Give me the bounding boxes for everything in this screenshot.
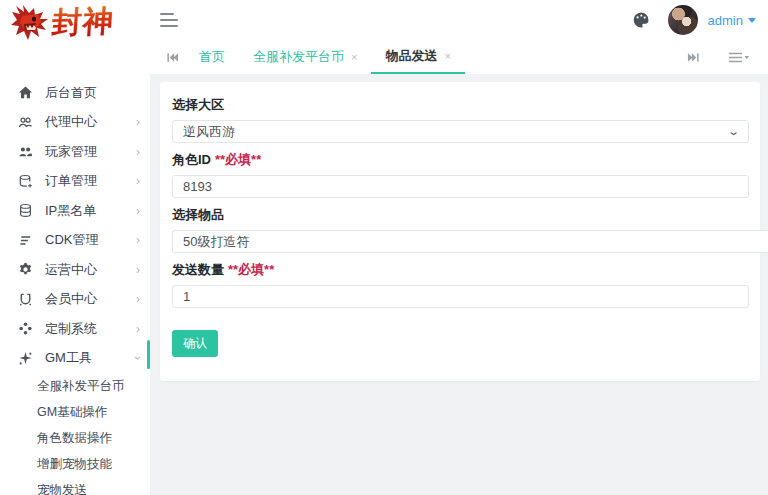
tab-home[interactable]: 首页 — [185, 40, 239, 74]
tab-scroll-left-icon[interactable] — [160, 40, 185, 74]
caret-down-icon — [748, 18, 756, 23]
role-id-input[interactable] — [172, 175, 749, 198]
active-menu-indicator — [147, 340, 150, 369]
theme-palette-icon[interactable] — [632, 11, 650, 29]
confirm-button[interactable]: 确认 — [172, 330, 218, 357]
sidebar-item-label: 定制系统 — [45, 320, 136, 338]
role-id-label: 角色ID**必填** — [172, 151, 748, 169]
chevron-right-icon: › — [136, 322, 140, 335]
sidebar-item-label: 订单管理 — [45, 172, 136, 190]
chevron-right-icon: › — [136, 293, 140, 306]
sidebar-item-label: 后台首页 — [45, 84, 140, 102]
tab-list-dropdown-icon[interactable] — [722, 51, 756, 64]
home-icon — [18, 85, 33, 100]
page-content: 选择大区 逆风西游 ⌄ 角色ID**必填** 选择物品 — [150, 75, 768, 495]
chevron-right-icon: › — [136, 116, 140, 129]
region-select[interactable]: 逆风西游 ⌄ — [172, 120, 749, 143]
form-group-role-id: 角色ID**必填** — [172, 151, 748, 198]
sidebar-item-orders[interactable]: 订单管理 › — [0, 167, 150, 197]
cdk-list-icon — [18, 233, 33, 248]
admin-menu[interactable]: admin — [708, 13, 756, 28]
tab-platform-coin[interactable]: 全服补发平台币 × — [239, 40, 371, 74]
agents-icon — [18, 115, 33, 130]
sidebar-item-dashboard[interactable]: 后台首页 — [0, 78, 150, 108]
sidebar-menu: 后台首页 代理中心 › 玩家 — [0, 46, 150, 495]
chevron-right-icon: › — [136, 234, 140, 247]
custom-modules-icon — [18, 321, 33, 336]
brand-logo: 封神 — [0, 0, 150, 46]
item-select-value: 50级打造符 — [183, 233, 249, 251]
sidebar-toggle-button[interactable] — [160, 13, 178, 27]
sidebar-item-members[interactable]: 会员中心 › — [0, 285, 150, 315]
item-select[interactable]: 50级打造符 ⌄ — [172, 230, 768, 253]
gm-tools-spark-icon — [18, 351, 33, 366]
submenu-item-role-data-ops[interactable]: 角色数据操作 — [0, 425, 150, 451]
sidebar-item-players[interactable]: 玩家管理 › — [0, 137, 150, 167]
ip-blacklist-database-icon — [18, 203, 33, 218]
sidebar: 封神 后台首页 代理中心 › — [0, 0, 150, 495]
select-caret-icon: ⌄ — [727, 126, 740, 137]
sidebar-item-label: 玩家管理 — [45, 143, 136, 161]
players-icon — [18, 144, 33, 159]
brand-title: 封神 — [50, 1, 115, 44]
chevron-right-icon: › — [136, 263, 140, 276]
tab-close-icon[interactable]: × — [351, 51, 357, 63]
item-send-form-card: 选择大区 逆风西游 ⌄ 角色ID**必填** 选择物品 — [160, 82, 760, 381]
operations-gear-icon — [18, 262, 33, 277]
app-window: 封神 后台首页 代理中心 › — [0, 0, 768, 495]
submenu-item-gm-basic-ops[interactable]: GM基础操作 — [0, 399, 150, 425]
required-hint: **必填** — [228, 262, 274, 277]
form-group-quantity: 发送数量**必填** — [172, 261, 748, 308]
sidebar-item-gm-tools[interactable]: GM工具 › — [0, 344, 150, 374]
sidebar-item-ip-blacklist[interactable]: IP黑名单 › — [0, 196, 150, 226]
sidebar-item-label: GM工具 — [45, 349, 136, 367]
form-group-region: 选择大区 逆风西游 ⌄ — [172, 96, 748, 143]
submenu-item-platform-coin[interactable]: 全服补发平台币 — [0, 373, 150, 399]
sidebar-item-label: IP黑名单 — [45, 202, 136, 220]
chevron-down-icon: › — [132, 356, 144, 360]
chevron-right-icon: › — [136, 204, 140, 217]
beast-head-icon — [10, 4, 52, 44]
member-magnet-icon — [18, 292, 33, 307]
quantity-label: 发送数量**必填** — [172, 261, 748, 279]
sidebar-item-operations[interactable]: 运营中心 › — [0, 255, 150, 285]
chevron-right-icon: › — [136, 175, 140, 188]
form-group-item: 选择物品 50级打造符 ⌄ — [172, 206, 748, 253]
gm-tools-submenu: 全服补发平台币 GM基础操作 角色数据操作 增删宠物技能 宠物发送 — [0, 373, 150, 495]
submenu-item-pet-send[interactable]: 宠物发送 — [0, 477, 150, 495]
sidebar-item-label: 会员中心 — [45, 290, 136, 308]
admin-username: admin — [708, 13, 743, 28]
sidebar-item-cdk[interactable]: CDK管理 › — [0, 226, 150, 256]
tab-item-send[interactable]: 物品发送 × — [371, 40, 464, 74]
sidebar-item-custom-system[interactable]: 定制系统 › — [0, 314, 150, 344]
quantity-input[interactable] — [172, 285, 749, 308]
item-label: 选择物品 — [172, 206, 748, 224]
chevron-right-icon: › — [136, 145, 140, 158]
sidebar-item-label: CDK管理 — [45, 231, 136, 249]
user-avatar[interactable] — [668, 5, 698, 35]
tab-scroll-right-icon[interactable] — [681, 51, 706, 64]
tab-close-icon[interactable]: × — [444, 50, 450, 62]
tab-bar: 首页 全服补发平台币 × 物品发送 × — [150, 40, 768, 75]
top-header: admin — [150, 0, 768, 40]
required-hint: **必填** — [215, 152, 261, 167]
orders-database-icon — [18, 174, 33, 189]
sidebar-item-label: 代理中心 — [45, 113, 136, 131]
region-select-value: 逆风西游 — [183, 123, 235, 141]
submenu-item-pet-skills[interactable]: 增删宠物技能 — [0, 451, 150, 477]
main-area: admin 首页 全服补发平台币 × 物品发送 × — [150, 0, 768, 495]
region-label: 选择大区 — [172, 96, 748, 114]
sidebar-item-agents[interactable]: 代理中心 › — [0, 108, 150, 138]
sidebar-item-label: 运营中心 — [45, 261, 136, 279]
